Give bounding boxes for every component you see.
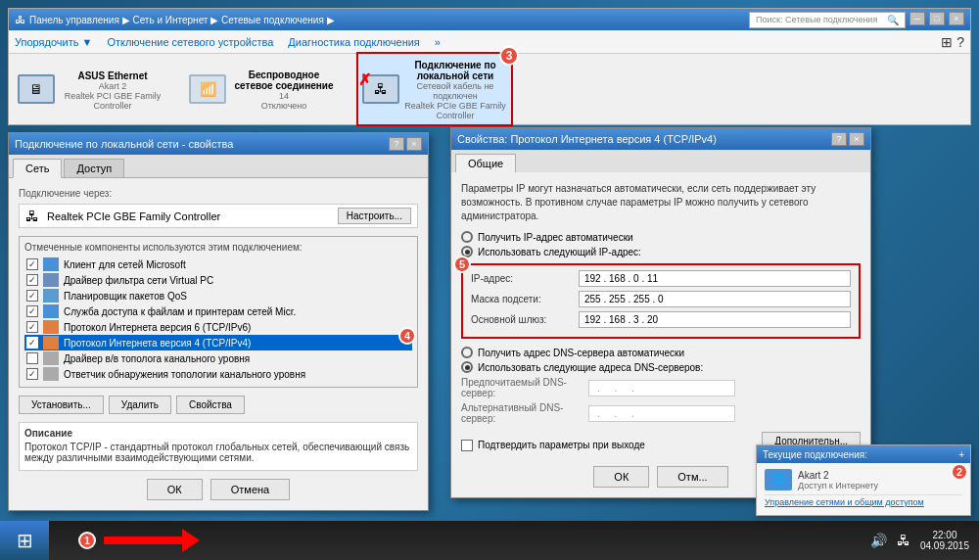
install-btn[interactable]: Установить... (19, 396, 104, 414)
disconnect-btn[interactable]: Отключение сетевого устройства (107, 36, 273, 48)
notif-network-icon: 🌐 (765, 469, 792, 490)
notif-text-block: Akart 2 Доступ к Интернету (798, 470, 878, 490)
comp5-icon (43, 320, 59, 334)
comp3-icon (43, 289, 59, 303)
tcp-tab-general[interactable]: Общие (455, 154, 516, 172)
dns-manual-radio-row[interactable]: Использовать следующие адреса DNS-сервер… (461, 361, 861, 373)
tab-network[interactable]: Сеть (13, 159, 62, 178)
comp6-check[interactable] (26, 337, 38, 349)
auto-ip-radio[interactable] (461, 231, 473, 243)
help-btn[interactable]: ? (389, 137, 404, 151)
alternate-dns-value[interactable]: . . . (588, 405, 735, 422)
dns-auto-radio[interactable] (461, 347, 473, 358)
wireless-sub1: 14 (230, 91, 338, 101)
remove-btn[interactable]: Удалить (109, 396, 171, 414)
wireless-sub2: Отключено (230, 101, 338, 111)
close-btn[interactable]: × (949, 12, 964, 25)
red-arrow-annotation: 1 (78, 529, 200, 552)
tcp-close-btn[interactable]: × (849, 132, 864, 146)
component-2[interactable]: Драйвер фильтра сети Virtual PC (24, 272, 412, 288)
component-8[interactable]: Ответчик обнаружения топологии канальног… (24, 366, 412, 382)
dns-manual-label: Использовать следующие адреса DNS-сервер… (478, 362, 703, 373)
dialog-tabs: Сеть Доступ (9, 155, 428, 177)
comp3-check[interactable] (26, 290, 38, 302)
validate-check[interactable] (461, 440, 473, 451)
dns-section: Получить адрес DNS-сервера автоматически… (461, 347, 861, 424)
adapter-name: Realtek PCIe GBE Family Controller (47, 210, 220, 222)
local-dialog-content: Подключение через: 🖧 Realtek PCIe GBE Fa… (9, 177, 428, 510)
minimize-btn[interactable]: ─ (909, 12, 925, 25)
connections-list: 🖥 ASUS Ethernet Akart 2 Realtek PCI GBE … (9, 54, 970, 124)
component-4[interactable]: Служба доступа к файлам и принтерам сете… (24, 303, 412, 319)
comp2-check[interactable] (26, 274, 38, 286)
network-systray-icon[interactable]: 🖧 (897, 533, 910, 548)
start-button[interactable]: ⊞ (0, 521, 49, 560)
tcp-dialog-titlebar: Свойства: Протокол Интернета версия 4 (T… (451, 128, 870, 150)
view-icon[interactable]: ⊞ (941, 34, 953, 50)
badge-2: 2 (951, 463, 968, 481)
comp4-check[interactable] (26, 305, 38, 317)
organize-btn[interactable]: Упорядочить ▼ (15, 36, 92, 48)
component-5[interactable]: Протокол Интернета версия 6 (TCP/IPv6) (24, 319, 412, 335)
mask-field-value[interactable]: 255 . 255 . 255 . 0 (579, 291, 851, 307)
connection-asus-ethernet[interactable]: 🖥 ASUS Ethernet Akart 2 Realtek PCI GBE … (14, 65, 170, 115)
maximize-btn[interactable]: □ (929, 12, 945, 25)
help-icon[interactable]: ? (956, 34, 964, 50)
local-ok-btn[interactable]: ОК (147, 479, 203, 500)
volume-icon[interactable]: 🔊 (870, 533, 887, 548)
close-dialog-btn[interactable]: × (406, 137, 422, 151)
gateway-field-value[interactable]: 192 . 168 . 3 . 20 (579, 311, 851, 328)
tab-access[interactable]: Доступ (64, 159, 124, 177)
panel-icon: 🖧 (15, 14, 25, 25)
search-text: Поиск: Сетевые подключения (756, 15, 877, 24)
notification-header: Текущие подключения: + (757, 445, 970, 463)
connect-through-row: 🖧 Realtek PCIe GBE Family Controller Нас… (19, 204, 418, 228)
manual-ip-label: Использовать следующий IP-адрес: (478, 247, 641, 257)
dns-manual-radio[interactable] (461, 361, 473, 373)
comp8-name: Ответчик обнаружения топологии канальног… (64, 369, 305, 380)
panel-title: Панель управления ▶ Сеть и Интернет ▶ Се… (29, 15, 335, 25)
comp4-name: Служба доступа к файлам и принтерам сете… (64, 306, 296, 317)
diagnose-btn[interactable]: Диагностика подключения (288, 36, 419, 48)
connection-wireless[interactable]: 📶 Беспроводное сетевое соединение 14 Отк… (185, 64, 342, 115)
component-7[interactable]: Драйвер в/в тополога канального уровня (24, 350, 412, 366)
dns-auto-radio-row[interactable]: Получить адрес DNS-сервера автоматически (461, 347, 861, 358)
notification-item: 🌐 Akart 2 Доступ к Интернету 2 (765, 469, 962, 490)
properties-btn[interactable]: Свойства (176, 396, 245, 414)
local-cancel-btn[interactable]: Отмена (210, 479, 290, 500)
ip-fields-box: IP-адрес: 192 . 168 . 0 . 11 Маска подсе… (461, 263, 861, 339)
tcp-help-btn[interactable]: ? (831, 132, 847, 146)
connection-local[interactable]: 🖧 ✗ Подключение по локальной сети Сетево… (356, 52, 513, 126)
configure-btn[interactable]: Настроить... (338, 208, 411, 224)
ip-field-value[interactable]: 192 . 168 . 0 . 11 (579, 270, 851, 287)
notification-content: 🌐 Akart 2 Доступ к Интернету 2 Управлени… (757, 463, 970, 515)
comp8-check[interactable] (26, 368, 38, 380)
mask-row: Маска подсети: 255 . 255 . 255 . 0 (471, 291, 851, 307)
preferred-dns-value[interactable]: . . . (588, 380, 735, 397)
tcp-ok-btn[interactable]: ОК (593, 466, 649, 488)
gateway-row: Основной шлюз: 192 . 168 . 3 . 20 (471, 311, 851, 328)
manage-network-link[interactable]: Управление сетями и общим доступом (765, 494, 962, 509)
comp8-icon (43, 367, 59, 381)
more-btn[interactable]: » (435, 36, 441, 48)
dns-auto-label: Получить адрес DNS-сервера автоматически (478, 348, 684, 358)
local-dialog-buttons: ОК Отмена (19, 479, 418, 500)
component-3[interactable]: Планировщик пакетов QoS (24, 288, 412, 303)
comp7-name: Драйвер в/в тополога канального уровня (64, 353, 250, 364)
radio-manual-ip[interactable]: Использовать следующий IP-адрес: (461, 246, 861, 257)
notification-close-icon[interactable]: + (958, 449, 964, 460)
comp7-check[interactable] (26, 352, 38, 364)
component-1[interactable]: Клиент для сетей Microsoft (24, 257, 412, 272)
radio-auto-ip[interactable]: Получить IP-адрес автоматически (461, 231, 861, 243)
notification-title: Текущие подключения: (763, 449, 867, 460)
tcp-cancel-btn[interactable]: Отм... (657, 466, 727, 488)
comp5-check[interactable] (26, 321, 38, 333)
gateway-field-label: Основной шлюз: (471, 314, 579, 325)
taskbar-middle: 1 (49, 521, 861, 560)
components-section: Отмеченные компоненты используются этим … (19, 236, 418, 388)
tcp-dialog-title: Свойства: Протокол Интернета версия 4 (T… (457, 133, 717, 145)
comp2-icon (43, 273, 59, 287)
comp1-check[interactable] (26, 258, 38, 270)
component-6[interactable]: Протокол Интернета версия 4 (TCP/IPv4) 4 (24, 335, 412, 350)
local-sub2: Realtek PCIe GBE Family Controller (403, 101, 507, 120)
